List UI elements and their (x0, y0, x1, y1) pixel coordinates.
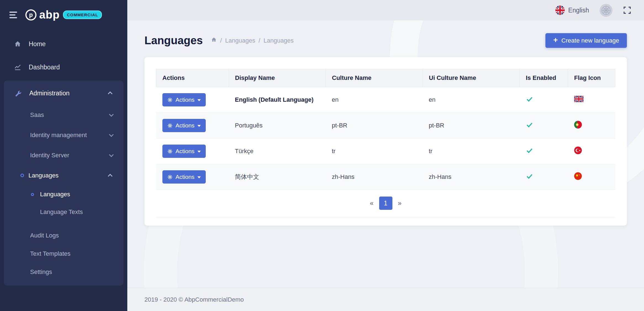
sidebar-item-administration[interactable]: Administration (4, 82, 123, 105)
pagination-page-1[interactable]: 1 (379, 197, 392, 210)
sidebar-header: p abp COMMERCIAL (0, 0, 127, 30)
sidebar-item-language-texts[interactable]: Language Texts (4, 203, 123, 221)
topbar: English (127, 0, 644, 20)
sidebar-item-label: Language Texts (40, 208, 83, 216)
hamburger-menu-icon[interactable] (9, 12, 17, 18)
content-area: Languages / Languages / Languages + Crea… (127, 20, 644, 288)
portugal-flag-icon (574, 121, 582, 129)
pagination: « 1 » (156, 190, 615, 217)
sidebar-item-label: Languages (40, 191, 70, 198)
chevron-up-icon (108, 174, 112, 178)
page-header: Languages / Languages / Languages + Crea… (144, 33, 627, 48)
is-enabled-cell (520, 164, 568, 190)
table-header-row: Actions Display Name Culture Name Ui Cul… (156, 69, 615, 87)
flag-cell (568, 113, 615, 138)
user-avatar[interactable] (600, 4, 613, 17)
main-area: English Languages / (127, 0, 644, 311)
is-enabled-cell (520, 138, 568, 164)
sidebar-item-label: Identity Server (30, 152, 69, 159)
culture-name-cell: tr (326, 138, 423, 164)
caret-down-icon (197, 151, 201, 153)
caret-down-icon (197, 176, 201, 178)
check-icon (526, 95, 533, 103)
active-bullet-icon (31, 193, 34, 196)
sidebar-item-label: Settings (30, 268, 52, 276)
pagination-next[interactable]: » (394, 199, 406, 207)
sidebar-item-label: Administration (29, 90, 70, 97)
gear-icon (167, 174, 173, 180)
uk-flag-icon (555, 6, 565, 15)
table-row: Actions English (Default Language) en en (156, 87, 615, 113)
abp-logo[interactable]: p abp COMMERCIAL (25, 9, 102, 21)
sidebar-menu: Home Dashboard Administration Saas Ident… (0, 32, 127, 286)
create-new-language-button[interactable]: + Create new language (545, 33, 627, 48)
culture-name-cell: pt-BR (326, 113, 423, 138)
sidebar-item-identity-server[interactable]: Identity Server (4, 145, 123, 165)
sidebar-item-identity-management[interactable]: Identity management (4, 125, 123, 145)
sidebar-item-label: Identity management (30, 132, 87, 139)
chevron-up-icon (108, 92, 112, 96)
actions-button[interactable]: Actions (162, 119, 206, 132)
breadcrumb-separator: / (220, 37, 222, 44)
sidebar-item-label: Text Templates (30, 250, 70, 257)
wrench-icon (14, 90, 22, 97)
column-header-display-name: Display Name (229, 69, 326, 87)
actions-button[interactable]: Actions (162, 93, 206, 106)
sidebar-item-text-templates[interactable]: Text Templates (4, 245, 123, 263)
is-enabled-cell (520, 87, 568, 113)
pagination-prev[interactable]: « (365, 199, 378, 207)
table-row: Actions Português pt-BR pt-BR (156, 113, 615, 138)
abp-logo-icon: p (25, 9, 36, 20)
actions-button-label: Actions (176, 122, 195, 129)
sidebar: p abp COMMERCIAL Home Dashboard Administ… (0, 0, 127, 311)
check-icon (526, 147, 533, 154)
check-icon (526, 173, 533, 180)
sidebar-item-dashboard[interactable]: Dashboard (0, 56, 127, 79)
sidebar-item-label: Dashboard (29, 64, 60, 71)
is-enabled-cell (520, 113, 568, 138)
gear-icon (167, 123, 173, 128)
languages-dot-icon (20, 174, 24, 177)
actions-button[interactable]: Actions (162, 170, 206, 184)
column-header-flag-icon: Flag Icon (568, 69, 615, 87)
culture-name-cell: zh-Hans (326, 164, 423, 190)
ui-culture-name-cell: pt-BR (423, 113, 520, 138)
chevron-down-icon (109, 132, 114, 137)
create-button-label: Create new language (561, 37, 619, 44)
breadcrumb-item[interactable]: Languages (263, 37, 294, 44)
dashboard-icon (14, 64, 22, 71)
fullscreen-icon[interactable] (623, 6, 631, 14)
column-header-is-enabled: Is Enabled (520, 69, 568, 87)
sidebar-item-settings[interactable]: Settings (4, 263, 123, 281)
gear-icon (167, 149, 173, 154)
chevron-down-icon (109, 152, 114, 157)
sidebar-item-languages-child[interactable]: Languages (4, 185, 123, 203)
sidebar-item-home[interactable]: Home (0, 32, 127, 56)
abp-logo-text: abp (39, 9, 60, 21)
column-header-actions: Actions (156, 69, 229, 87)
actions-button-label: Actions (176, 96, 195, 103)
actions-button[interactable]: Actions (162, 145, 206, 158)
sidebar-item-languages[interactable]: Languages (4, 165, 123, 185)
footer: 2019 - 2020 © AbpCommercialDemo (127, 288, 644, 311)
table-row: Actions 简体中文 zh-Hans zh-Hans (156, 164, 615, 190)
chevron-down-icon (109, 112, 114, 117)
sidebar-item-audit-logs[interactable]: Audit Logs (4, 226, 123, 245)
flag-cell (568, 138, 615, 164)
column-header-ui-culture-name: Ui Culture Name (423, 69, 520, 87)
sidebar-item-saas[interactable]: Saas (4, 105, 123, 125)
table-row: Actions Türkçe tr tr (156, 138, 615, 164)
flag-cell (568, 164, 615, 190)
caret-down-icon (197, 125, 201, 127)
china-flag-icon (574, 172, 582, 180)
turkey-flag-icon (574, 147, 582, 154)
sidebar-item-label: Home (29, 40, 46, 48)
breadcrumb-item[interactable]: Languages (225, 37, 255, 44)
display-name-cell: English (Default Language) (235, 96, 314, 103)
gear-icon (167, 97, 173, 103)
breadcrumb-home-icon[interactable] (211, 37, 217, 44)
caret-down-icon (197, 99, 201, 101)
language-selector[interactable]: English (555, 6, 589, 15)
breadcrumb: / Languages / Languages (211, 37, 294, 44)
administration-group: Administration Saas Identity management … (4, 80, 123, 286)
